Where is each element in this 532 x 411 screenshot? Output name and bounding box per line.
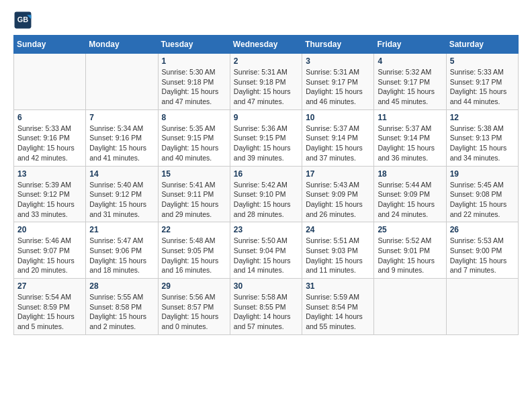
calendar-cell: 5Sunrise: 5:33 AMSunset: 9:17 PMDaylight… <box>446 54 518 110</box>
day-number: 24 <box>306 225 370 234</box>
day-number: 30 <box>234 281 298 291</box>
calendar-cell: 29Sunrise: 5:56 AMSunset: 8:57 PMDayligh… <box>158 279 230 335</box>
day-number: 23 <box>234 225 298 234</box>
calendar-cell: 23Sunrise: 5:50 AMSunset: 9:04 PMDayligh… <box>230 222 302 279</box>
day-number: 7 <box>89 113 154 122</box>
week-row: 13Sunrise: 5:39 AMSunset: 9:12 PMDayligh… <box>14 166 519 222</box>
calendar-cell: 7Sunrise: 5:34 AMSunset: 9:16 PMDaylight… <box>86 109 158 166</box>
calendar-cell: 9Sunrise: 5:36 AMSunset: 9:15 PMDaylight… <box>230 109 302 166</box>
day-info: Sunrise: 5:39 AMSunset: 9:12 PMDaylight:… <box>17 180 82 220</box>
day-number: 12 <box>450 113 515 122</box>
week-row: 6Sunrise: 5:33 AMSunset: 9:16 PMDaylight… <box>14 109 519 166</box>
day-number: 10 <box>306 113 370 122</box>
calendar-body: 1Sunrise: 5:30 AMSunset: 9:18 PMDaylight… <box>14 54 519 335</box>
calendar-cell <box>446 279 518 335</box>
day-info: Sunrise: 5:43 AMSunset: 9:09 PMDaylight:… <box>306 180 370 220</box>
day-number: 21 <box>89 225 154 234</box>
day-info: Sunrise: 5:46 AMSunset: 9:07 PMDaylight:… <box>17 236 82 275</box>
calendar-cell: 11Sunrise: 5:37 AMSunset: 9:14 PMDayligh… <box>374 109 446 166</box>
header-cell-monday: Monday <box>86 36 158 54</box>
svg-text:GB: GB <box>17 15 28 24</box>
day-number: 11 <box>378 113 442 122</box>
day-number: 17 <box>306 169 370 179</box>
day-info: Sunrise: 5:50 AMSunset: 9:04 PMDaylight:… <box>234 236 298 275</box>
day-info: Sunrise: 5:52 AMSunset: 9:01 PMDaylight:… <box>378 236 442 275</box>
day-number: 31 <box>306 281 370 291</box>
day-info: Sunrise: 5:37 AMSunset: 9:14 PMDaylight:… <box>378 124 442 163</box>
calendar-cell: 17Sunrise: 5:43 AMSunset: 9:09 PMDayligh… <box>302 166 374 222</box>
day-info: Sunrise: 5:47 AMSunset: 9:06 PMDaylight:… <box>89 236 154 275</box>
calendar-cell: 15Sunrise: 5:41 AMSunset: 9:11 PMDayligh… <box>158 166 230 222</box>
day-number: 6 <box>17 113 82 122</box>
day-number: 22 <box>162 225 226 234</box>
calendar-cell: 21Sunrise: 5:47 AMSunset: 9:06 PMDayligh… <box>86 222 158 279</box>
day-number: 4 <box>378 56 442 66</box>
day-info: Sunrise: 5:56 AMSunset: 8:57 PMDaylight:… <box>162 292 226 332</box>
header-cell-saturday: Saturday <box>446 36 518 54</box>
day-number: 2 <box>234 56 298 66</box>
day-info: Sunrise: 5:59 AMSunset: 8:54 PMDaylight:… <box>306 292 370 332</box>
day-info: Sunrise: 5:35 AMSunset: 9:15 PMDaylight:… <box>162 124 226 163</box>
calendar-cell: 12Sunrise: 5:38 AMSunset: 9:13 PMDayligh… <box>446 109 518 166</box>
day-number: 25 <box>378 225 442 234</box>
day-number: 13 <box>17 169 82 179</box>
calendar-cell: 8Sunrise: 5:35 AMSunset: 9:15 PMDaylight… <box>158 109 230 166</box>
day-info: Sunrise: 5:55 AMSunset: 8:58 PMDaylight:… <box>89 292 154 332</box>
calendar-cell: 3Sunrise: 5:31 AMSunset: 9:17 PMDaylight… <box>302 54 374 110</box>
calendar-cell: 2Sunrise: 5:31 AMSunset: 9:18 PMDaylight… <box>230 54 302 110</box>
day-number: 18 <box>378 169 442 179</box>
day-info: Sunrise: 5:58 AMSunset: 8:55 PMDaylight:… <box>234 292 298 332</box>
day-info: Sunrise: 5:33 AMSunset: 9:17 PMDaylight:… <box>450 67 515 107</box>
calendar-cell: 24Sunrise: 5:51 AMSunset: 9:03 PMDayligh… <box>302 222 374 279</box>
calendar-cell: 28Sunrise: 5:55 AMSunset: 8:58 PMDayligh… <box>86 279 158 335</box>
day-number: 16 <box>234 169 298 179</box>
header-row: SundayMondayTuesdayWednesdayThursdayFrid… <box>14 36 519 54</box>
calendar-cell: 13Sunrise: 5:39 AMSunset: 9:12 PMDayligh… <box>14 166 86 222</box>
day-info: Sunrise: 5:31 AMSunset: 9:17 PMDaylight:… <box>306 67 370 107</box>
calendar-cell: 10Sunrise: 5:37 AMSunset: 9:14 PMDayligh… <box>302 109 374 166</box>
calendar-cell: 26Sunrise: 5:53 AMSunset: 9:00 PMDayligh… <box>446 222 518 279</box>
calendar-cell <box>86 54 158 110</box>
header-cell-sunday: Sunday <box>14 36 86 54</box>
calendar-cell: 22Sunrise: 5:48 AMSunset: 9:05 PMDayligh… <box>158 222 230 279</box>
calendar-cell: 16Sunrise: 5:42 AMSunset: 9:10 PMDayligh… <box>230 166 302 222</box>
day-number: 9 <box>234 113 298 122</box>
day-info: Sunrise: 5:42 AMSunset: 9:10 PMDaylight:… <box>234 180 298 220</box>
week-row: 27Sunrise: 5:54 AMSunset: 8:59 PMDayligh… <box>14 279 519 335</box>
calendar-cell <box>14 54 86 110</box>
page-header: GB <box>13 11 519 30</box>
day-info: Sunrise: 5:36 AMSunset: 9:15 PMDaylight:… <box>234 124 298 163</box>
day-info: Sunrise: 5:31 AMSunset: 9:18 PMDaylight:… <box>234 67 298 107</box>
day-number: 8 <box>162 113 226 122</box>
calendar-table: SundayMondayTuesdayWednesdayThursdayFrid… <box>13 35 519 335</box>
header-cell-wednesday: Wednesday <box>230 36 302 54</box>
day-number: 29 <box>162 281 226 291</box>
logo: GB <box>13 11 35 30</box>
day-info: Sunrise: 5:32 AMSunset: 9:17 PMDaylight:… <box>378 67 442 107</box>
day-info: Sunrise: 5:40 AMSunset: 9:12 PMDaylight:… <box>89 180 154 220</box>
day-number: 27 <box>17 281 82 291</box>
calendar-cell: 4Sunrise: 5:32 AMSunset: 9:17 PMDaylight… <box>374 54 446 110</box>
header-cell-thursday: Thursday <box>302 36 374 54</box>
calendar-cell: 18Sunrise: 5:44 AMSunset: 9:09 PMDayligh… <box>374 166 446 222</box>
calendar-cell: 30Sunrise: 5:58 AMSunset: 8:55 PMDayligh… <box>230 279 302 335</box>
day-info: Sunrise: 5:33 AMSunset: 9:16 PMDaylight:… <box>17 124 82 163</box>
day-info: Sunrise: 5:38 AMSunset: 9:13 PMDaylight:… <box>450 124 515 163</box>
day-info: Sunrise: 5:51 AMSunset: 9:03 PMDaylight:… <box>306 236 370 275</box>
week-row: 1Sunrise: 5:30 AMSunset: 9:18 PMDaylight… <box>14 54 519 110</box>
calendar-cell: 25Sunrise: 5:52 AMSunset: 9:01 PMDayligh… <box>374 222 446 279</box>
calendar-cell: 1Sunrise: 5:30 AMSunset: 9:18 PMDaylight… <box>158 54 230 110</box>
day-number: 15 <box>162 169 226 179</box>
calendar-cell: 14Sunrise: 5:40 AMSunset: 9:12 PMDayligh… <box>86 166 158 222</box>
day-info: Sunrise: 5:34 AMSunset: 9:16 PMDaylight:… <box>89 124 154 163</box>
day-info: Sunrise: 5:41 AMSunset: 9:11 PMDaylight:… <box>162 180 226 220</box>
day-number: 5 <box>450 56 515 66</box>
day-info: Sunrise: 5:48 AMSunset: 9:05 PMDaylight:… <box>162 236 226 275</box>
day-number: 26 <box>450 225 515 234</box>
day-number: 14 <box>89 169 154 179</box>
day-number: 19 <box>450 169 515 179</box>
logo-icon: GB <box>13 11 32 30</box>
calendar-cell: 19Sunrise: 5:45 AMSunset: 9:08 PMDayligh… <box>446 166 518 222</box>
calendar-cell: 6Sunrise: 5:33 AMSunset: 9:16 PMDaylight… <box>14 109 86 166</box>
day-number: 28 <box>89 281 154 291</box>
